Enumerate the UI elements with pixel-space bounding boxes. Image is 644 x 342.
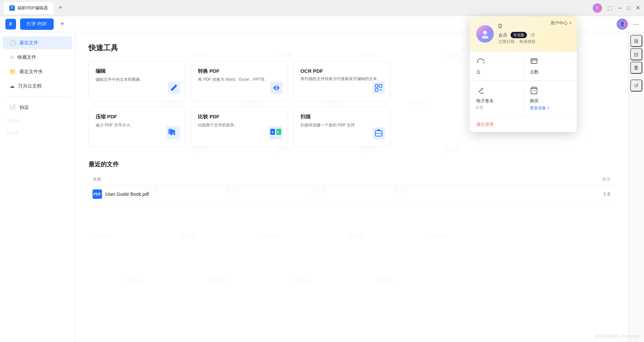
logout-button[interactable]: 退出登录 [470, 116, 577, 132]
toolbar-grid-view-button[interactable]: ⊞ [630, 35, 642, 47]
sidebar-item-label-cloud: 万兴云文档 [18, 83, 42, 89]
more-options-button[interactable]: ··· [633, 20, 639, 28]
svg-rect-22 [531, 59, 537, 63]
sidebar-divider [5, 97, 69, 97]
user-center-link[interactable]: 用户中心 > [550, 20, 572, 26]
svg-point-24 [533, 91, 534, 92]
col-size-header: 大小 [570, 176, 610, 182]
header-right: 👤 ··· [617, 19, 639, 30]
file-table-header: 名称 大小 [89, 174, 614, 185]
tab-favicon: F [9, 5, 15, 11]
tool-card-compress[interactable]: 压缩 PDF 减少 PDF 文件大小。 [89, 107, 185, 147]
add-button[interactable]: + [58, 19, 67, 29]
sidebar-item-agreements[interactable]: 📄 协议 [3, 101, 72, 114]
panel-expire: 过期日期： 终身授权 [498, 39, 570, 45]
tool-ocr-desc: 将扫描的文件转换为可搜索或可编辑的文本。 [301, 76, 383, 96]
panel-buy-item[interactable]: 购买 更多设备 > [523, 81, 577, 116]
file-row[interactable]: PDF User Guide Book.pdf 0 B [89, 185, 614, 203]
sidebar-item-recent-folders[interactable]: 📁 最近文件夹 [3, 65, 72, 78]
sidebar-item-cloud-docs[interactable]: ☁ 万兴云文档 [3, 79, 72, 93]
edit-icon [168, 82, 180, 96]
maximize-button[interactable]: □ [627, 5, 630, 11]
file-pdf-icon: PDF [93, 189, 102, 199]
tool-edit-desc: 编辑文件中的文本和图像。 [96, 76, 178, 96]
clock-icon: 🕐 [9, 40, 16, 46]
more-devices-link[interactable]: 更多设备 > [530, 105, 549, 111]
watermark: @清风 [193, 52, 209, 59]
tool-convert-title: 转换 PDF [198, 68, 281, 74]
watermark: @清风 [209, 277, 225, 284]
tool-card-compare[interactable]: 比较 PDF 比较两个文件的差异。 V S [191, 107, 288, 147]
watermark: @清风 [360, 52, 376, 59]
tool-compress-title: 压缩 PDF [96, 114, 178, 120]
tool-card-convert[interactable]: 转换 PDF 将 PDF 转换为 Word、Excel，PPT等。 [191, 61, 288, 101]
tab-label: 福昕PDF编辑器 [17, 5, 48, 11]
compare-icon: V S [269, 126, 282, 142]
recent-files-title: 最近的文件 [89, 160, 614, 168]
doc-icon: 📄 [9, 104, 16, 111]
sidebar-item-favorites[interactable]: ☆ 收藏文件 [3, 51, 72, 64]
cloud-icon: ☁ [9, 83, 15, 89]
toolbar-separator [632, 76, 641, 77]
cloud-label: 云 [476, 69, 481, 75]
panel-grid: 云 点数 [470, 51, 577, 81]
sidebar-item-label-favorites: 收藏文件 [17, 54, 36, 60]
tool-card-scan[interactable]: 扫描 扫描并创建一个新的 PDF 文件 [293, 107, 390, 147]
compress-icon [166, 126, 180, 142]
user-panel: 0 会员 专业版 ↺ 过期日期： 终身授权 用户中心 > 云 [470, 16, 577, 132]
buy-label: 购买 [530, 98, 539, 104]
sidebar-watermark: @清风 [0, 115, 75, 126]
tool-compare-desc: 比较两个文件的差异。 [198, 122, 281, 141]
tool-compress-desc: 减少 PDF 文件大小。 [96, 122, 178, 141]
tool-scan-desc: 扫描并创建一个新的 PDF 文件 [301, 122, 383, 141]
vip-badge: 专业版 [511, 32, 527, 38]
sidebar-item-label-folders: 最近文件夹 [19, 69, 43, 75]
svg-point-21 [482, 36, 488, 39]
points-panel-icon [530, 57, 538, 67]
cast-button[interactable]: ⬚ [607, 5, 612, 11]
right-toolbar: ⊞ ⊟ 🗑 ↺ [628, 32, 644, 342]
panel-membership: 会员 专业版 ↺ [498, 32, 570, 38]
panel-esign-item[interactable]: 电子签名 0 /0 [470, 81, 523, 116]
folder-icon: 📁 [9, 68, 16, 75]
panel-points-item[interactable]: 点数 [523, 52, 577, 81]
sidebar-item-recent-files[interactable]: 🕐 最近文件 [3, 36, 72, 49]
minimize-button[interactable]: ─ [618, 5, 622, 11]
panel-avatar [476, 25, 494, 43]
star-icon: ☆ [9, 54, 14, 60]
watermark: @清风 [193, 146, 209, 153]
watermark: @清风 [276, 52, 292, 59]
toolbar-delete-button[interactable]: 🗑 [630, 62, 642, 74]
browser-controls: Y ⬚ ─ □ ✕ [593, 3, 640, 13]
tool-card-edit[interactable]: 编辑 编辑文件中的文本和图像。 [89, 61, 185, 101]
col-name-header: 名称 [93, 176, 570, 182]
svg-text:S: S [277, 130, 279, 134]
tool-scan-title: 扫描 [301, 114, 383, 120]
tool-edit-title: 编辑 [96, 68, 178, 74]
file-size: 0 B [570, 191, 610, 197]
open-pdf-button[interactable]: 打开 PDF [20, 18, 54, 30]
close-button[interactable]: ✕ [636, 5, 640, 11]
convert-icon [270, 82, 282, 96]
refresh-icon[interactable]: ↺ [530, 32, 535, 38]
svg-text:V: V [272, 130, 274, 134]
new-tab-button[interactable]: + [56, 3, 65, 13]
toolbar-refresh-button[interactable]: ↺ [630, 79, 642, 92]
points-label: 点数 [530, 69, 539, 75]
app-logo: F [5, 19, 16, 30]
panel-cloud-item[interactable]: 云 [470, 52, 523, 81]
watermark: @清风 [377, 277, 393, 284]
watermark: @清风 [263, 233, 279, 240]
user-avatar-app[interactable]: 👤 [617, 19, 628, 30]
browser-user-avatar[interactable]: Y [593, 3, 602, 13]
esign-label: 电子签名 [476, 98, 494, 104]
file-name: User Guide Book.pdf [105, 191, 570, 197]
tool-card-ocr[interactable]: OCR PDF 将扫描的文件转换为可搜索或可编辑的文本。 [293, 61, 390, 101]
toolbar-list-view-button[interactable]: ⊟ [630, 48, 642, 60]
cloud-panel-icon [476, 57, 484, 67]
browser-tab[interactable]: F 福昕PDF编辑器 [4, 2, 53, 14]
svg-rect-2 [373, 82, 385, 94]
svg-rect-6 [380, 89, 381, 91]
sidebar: 🕐 最近文件 ☆ 收藏文件 📁 最近文件夹 ☁ 万兴云文档 📄 协议 @清风 @… [0, 32, 75, 342]
watermark: @清风 [360, 146, 376, 153]
